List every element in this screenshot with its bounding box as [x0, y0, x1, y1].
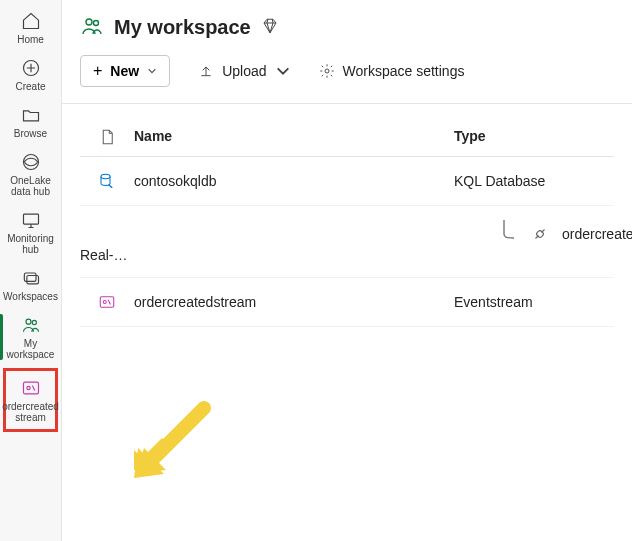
sidebar: Home Create Browse OneLake data hub Moni…: [0, 0, 62, 541]
upload-button[interactable]: Upload: [198, 63, 290, 79]
table-row[interactable]: ordercreatedstream_contosokqldb Real-Tim…: [80, 206, 614, 278]
monitor-icon: [20, 209, 42, 231]
workspace-people-icon: [80, 14, 104, 41]
svg-rect-7: [23, 382, 38, 394]
row-type: Real-Time Analytic...: [80, 247, 134, 263]
svg-rect-4: [26, 276, 38, 284]
new-button-label: New: [110, 63, 139, 79]
svg-marker-18: [136, 448, 166, 474]
nav-label: Create: [15, 81, 45, 92]
workspaces-icon: [20, 267, 42, 289]
nav-label: My workspace: [2, 338, 59, 360]
eventstream-icon: [20, 377, 42, 399]
diamond-icon[interactable]: [261, 17, 279, 38]
svg-point-5: [26, 319, 31, 324]
content: My workspace + New Upload: [62, 0, 632, 541]
toolbar: + New Upload Workspace settings: [62, 49, 632, 104]
nav-label: Browse: [14, 128, 47, 139]
workspace-settings-button[interactable]: Workspace settings: [319, 63, 465, 79]
svg-marker-20: [134, 448, 164, 478]
table-header: Name Type: [80, 118, 614, 157]
kql-database-icon: [97, 171, 117, 191]
upload-icon: [198, 63, 214, 79]
nav-create[interactable]: Create: [0, 51, 61, 98]
table-row[interactable]: ordercreatedstream Eventstream: [80, 278, 614, 327]
eventstream-icon: [97, 292, 117, 312]
row-type: KQL Database: [454, 173, 614, 189]
table-row[interactable]: contosokqldb KQL Database: [80, 157, 614, 206]
nav-monitoring[interactable]: Monitoring hub: [0, 203, 61, 261]
settings-label: Workspace settings: [343, 63, 465, 79]
nav-onelake[interactable]: OneLake data hub: [0, 145, 61, 203]
row-name: contosokqldb: [134, 173, 217, 189]
new-button[interactable]: + New: [80, 55, 170, 87]
chevron-down-icon: [147, 66, 157, 76]
svg-point-10: [94, 21, 99, 26]
annotation-arrow: [134, 388, 224, 478]
plus-icon: +: [93, 62, 102, 80]
svg-marker-17: [134, 448, 154, 470]
nav-label: Monitoring hub: [2, 233, 59, 255]
connector-icon: [530, 224, 550, 244]
svg-rect-14: [100, 297, 114, 308]
chevron-down-icon: [275, 63, 291, 79]
nav-browse[interactable]: Browse: [0, 98, 61, 145]
nav-label: ordercreatedstream: [2, 401, 60, 423]
workspace-people-icon: [20, 314, 42, 336]
row-name: ordercreatedstream_contosokqldb: [562, 226, 632, 242]
page-title: My workspace: [114, 16, 251, 39]
nav-workspaces[interactable]: Workspaces: [0, 261, 61, 308]
svg-marker-19: [134, 452, 160, 478]
nav-my-workspace[interactable]: My workspace: [0, 308, 61, 366]
column-type[interactable]: Type: [454, 128, 614, 146]
row-type: Eventstream: [454, 294, 614, 310]
nav-label: Workspaces: [3, 291, 58, 302]
plus-circle-icon: [20, 57, 42, 79]
nav-home[interactable]: Home: [0, 4, 61, 51]
column-name[interactable]: Name: [134, 128, 454, 146]
nav-label: OneLake data hub: [2, 175, 59, 197]
upload-label: Upload: [222, 63, 266, 79]
svg-point-12: [101, 174, 110, 179]
svg-point-6: [32, 320, 36, 324]
svg-point-8: [26, 386, 29, 389]
item-table: Name Type contosokqldb KQL Database: [62, 104, 632, 327]
column-icon: [80, 128, 134, 146]
svg-marker-16: [134, 438, 168, 472]
svg-point-15: [103, 301, 106, 304]
svg-point-11: [325, 69, 329, 73]
gear-icon: [319, 63, 335, 79]
svg-rect-3: [24, 273, 36, 281]
row-name: ordercreatedstream: [134, 294, 256, 310]
svg-point-9: [86, 19, 92, 25]
nav-label: Home: [17, 34, 44, 45]
workspace-header: My workspace: [62, 0, 632, 49]
nav-ordercreatedstream[interactable]: ordercreatedstream: [3, 368, 58, 432]
onelake-icon: [20, 151, 42, 173]
folder-icon: [20, 104, 42, 126]
svg-rect-2: [23, 214, 38, 224]
tree-elbow-icon: [500, 220, 518, 247]
svg-point-1: [23, 155, 38, 170]
home-icon: [20, 10, 42, 32]
